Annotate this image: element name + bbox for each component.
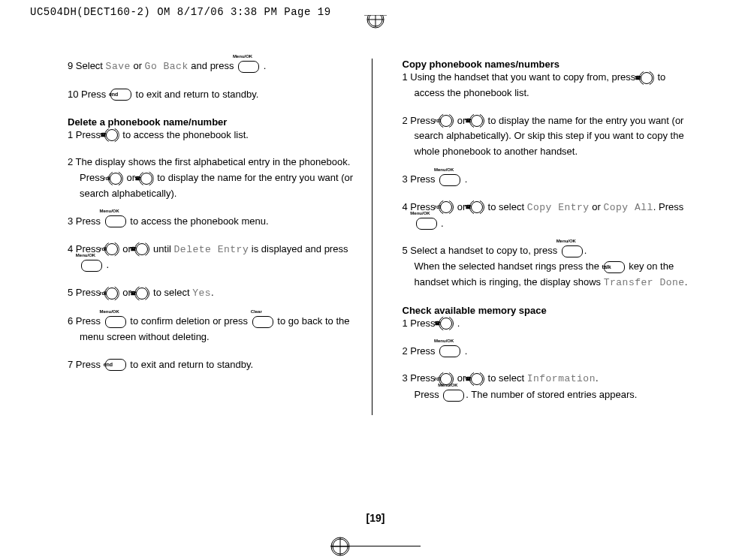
text: 10 Press — [68, 89, 109, 100]
memory-step-2: 2 Press Menu/OK . — [403, 344, 692, 360]
end-key-icon: end — [105, 359, 126, 371]
key-label: Menu/OK — [245, 53, 252, 61]
text: . The number of stored entries appears. — [466, 389, 637, 400]
step-9: 9 Select Save or Go Back and press Menu/… — [68, 59, 357, 75]
menu-ok-key-icon: Menu/OK — [443, 390, 464, 402]
end-key-icon: end — [110, 89, 131, 101]
down-key-icon: ☎ — [104, 128, 119, 143]
text: 1 Press — [68, 129, 104, 140]
menu-ok-key-icon: Menu/OK — [105, 316, 126, 328]
up-key-icon: rdl — [104, 286, 119, 301]
delete-step-7: 7 Press end to exit and return to standb… — [68, 357, 357, 373]
text: to select — [485, 201, 527, 212]
menu-ok-key-icon: Menu/OK — [416, 218, 437, 230]
key-label: Menu/OK — [450, 382, 457, 390]
text: 6 Press — [68, 315, 104, 327]
text: When the selected handset rings press th… — [415, 260, 602, 272]
text: 5 Press — [68, 287, 104, 298]
up-key-icon: rdl — [104, 242, 119, 257]
copy-step-2: 2 Press rdl or ☎ to display the name for… — [403, 113, 692, 160]
text: to select — [485, 372, 527, 384]
copy-step-5: 5 Select a handset to copy to, press Men… — [403, 243, 692, 291]
lcd-text: Yes — [192, 288, 211, 299]
delete-step-5: 5 Press rdl or ☎ to select Yes. — [68, 285, 357, 302]
text: to select — [150, 287, 192, 298]
text: until — [150, 243, 173, 254]
key-label: Menu/OK — [446, 167, 454, 174]
text: 3 Press — [403, 173, 439, 185]
lcd-text: Copy Entry — [527, 202, 590, 213]
menu-ok-key-icon: Menu/OK — [81, 260, 102, 272]
text: and press — [189, 60, 237, 71]
key-label: Menu/OK — [112, 309, 119, 316]
text: to access the phonebook menu. — [128, 215, 269, 227]
lcd-text: Copy All — [603, 202, 653, 213]
page-number: [19] — [366, 512, 385, 524]
memory-section-title: Check available memory space — [403, 305, 692, 316]
crop-mark-top-icon — [364, 15, 387, 38]
text: 2 The display shows the first alphabetic… — [68, 156, 350, 167]
text: is displayed and press — [249, 243, 348, 254]
lcd-text: Save — [106, 61, 131, 72]
crop-mark-bottom-icon — [330, 546, 421, 558]
up-key-icon: rdl — [108, 171, 123, 186]
text: to exit and return to standby. — [133, 89, 258, 100]
text: 7 Press — [68, 359, 104, 370]
menu-ok-key-icon: Menu/OK — [439, 345, 460, 357]
text: 5 Select a handset to copy to, press — [403, 245, 560, 256]
lcd-text: Transfer Done — [604, 277, 685, 288]
text: . — [584, 245, 587, 256]
menu-ok-key-icon: Menu/OK — [439, 174, 460, 186]
key-label: Menu/OK — [569, 238, 576, 245]
menu-ok-key-icon: Menu/OK — [238, 61, 259, 73]
down-key-icon: ☎ — [469, 372, 484, 387]
right-column: Copy phonebook names/numbers 1 Using the… — [388, 59, 707, 415]
text: 1 Using the handset that you want to cop… — [403, 71, 638, 83]
copy-step-4: 4 Press rdl or ☎ to select Copy Entry or… — [403, 200, 692, 232]
key-label: Menu/OK — [88, 252, 95, 260]
text: . Press — [653, 201, 683, 212]
delete-step-1: 1 Press ☎ to access the phonebook list. — [68, 128, 357, 143]
text: . — [596, 372, 599, 384]
text: Press — [415, 389, 442, 400]
text: 2 Press — [403, 115, 439, 126]
copy-section-title: Copy phonebook names/numbers — [403, 59, 692, 70]
talk-key-icon: talk — [604, 261, 625, 273]
delete-step-6: 6 Press Menu/OK to confirm deletion or p… — [68, 314, 357, 345]
down-key-icon: ☎ — [139, 171, 154, 186]
down-key-icon: ☎ — [469, 200, 484, 215]
down-key-icon: ☎ — [639, 71, 654, 86]
text: 3 Press — [403, 372, 439, 384]
up-key-icon: rdl — [439, 113, 454, 128]
delete-step-2: 2 The display shows the first alphabetic… — [68, 155, 357, 201]
text: 9 Select — [68, 60, 106, 71]
text: 3 Press — [68, 215, 104, 227]
lcd-text: Go Back — [145, 61, 189, 72]
text: to access the phonebook list. — [120, 129, 249, 140]
lcd-text: Delete Entry — [174, 244, 249, 255]
lcd-text: Information — [527, 373, 596, 384]
copy-step-1: 1 Using the handset that you want to cop… — [403, 70, 692, 101]
left-column: 9 Select Save or Go Back and press Menu/… — [68, 59, 372, 415]
content-columns: 9 Select Save or Go Back and press Menu/… — [0, 21, 751, 415]
key-label: Menu/OK — [112, 208, 119, 215]
memory-step-3: 3 Press rdl or ☎ to select Information. … — [403, 371, 692, 403]
clear-key-icon: Clear — [252, 316, 273, 328]
text: to exit and return to standby. — [128, 359, 253, 370]
key-label: Menu/OK — [446, 338, 454, 345]
down-key-icon: ☎ — [469, 113, 484, 128]
copy-step-3: 3 Press Menu/OK . — [403, 172, 692, 188]
down-key-icon: ☎ — [134, 286, 149, 301]
text: or — [590, 201, 604, 212]
step-10: 10 Press end to exit and return to stand… — [68, 87, 357, 103]
memory-step-1: 1 Press ☎ . — [403, 316, 692, 332]
delete-section-title: Delete a phonebook name/number — [68, 116, 357, 128]
key-label: Menu/OK — [422, 210, 430, 218]
menu-ok-key-icon: Menu/OK — [105, 215, 126, 227]
delete-step-4: 4 Press rdl or ☎ until Delete Entry is d… — [68, 242, 357, 274]
down-key-icon: ☎ — [134, 242, 149, 257]
down-key-icon: ☎ — [439, 316, 454, 331]
up-key-icon: rdl — [439, 200, 454, 215]
text: to confirm deletion or press — [128, 315, 251, 327]
text: 1 Press — [403, 318, 439, 329]
